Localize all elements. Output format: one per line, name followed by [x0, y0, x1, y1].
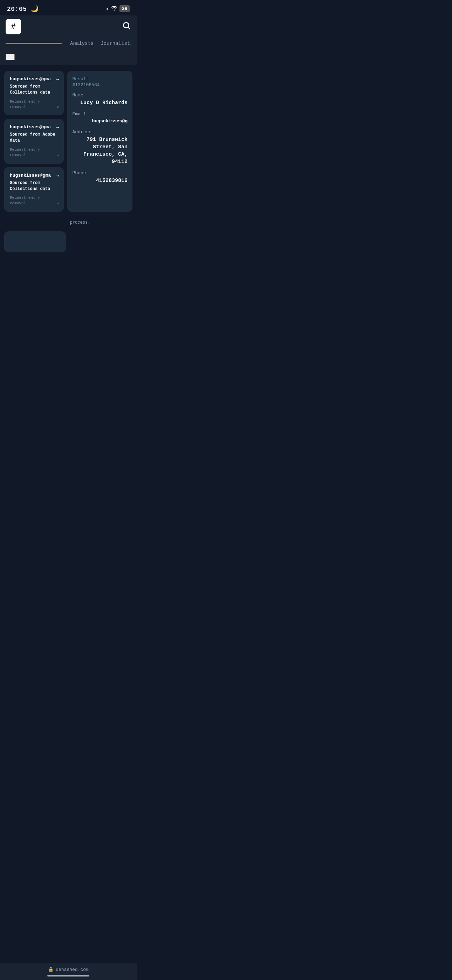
- battery-indicator: 39: [119, 5, 130, 12]
- card-3-removal-icon: ↗: [56, 200, 59, 206]
- result-card-2[interactable]: hugsnkisses@gma → Sourced from Adobe dat…: [4, 119, 64, 163]
- url-text[interactable]: dehashed.com: [56, 967, 89, 972]
- hamburger-menu-button[interactable]: [6, 54, 15, 60]
- url-bar: 🔒 dehashed.com: [48, 967, 89, 972]
- nav-item-journalists[interactable]: Journalists: [100, 41, 131, 46]
- hamburger-row: [0, 49, 137, 65]
- hamburger-line-2: [6, 57, 14, 57]
- process-text: process.: [66, 217, 132, 228]
- main-content: hugsnkisses@gma → Sourced from Collectio…: [0, 65, 137, 217]
- result-header: Result #132106564: [72, 76, 127, 88]
- card-2-arrow-icon: →: [56, 124, 59, 131]
- phone-section: Phone 4152839816: [72, 170, 127, 185]
- card-1-email: hugsnkisses@gma: [10, 76, 58, 82]
- status-bar: 20:05 🌙 ✈ 39: [0, 0, 137, 16]
- card-1-source: Sourced from Collections data: [10, 84, 58, 96]
- svg-line-1: [128, 27, 130, 29]
- hamburger-line-1: [6, 55, 14, 56]
- card-2-source: Sourced from Adobe data: [10, 132, 58, 144]
- result-label-text: Result: [72, 76, 127, 82]
- result-card-3[interactable]: hugsnkisses@gma → Sourced from Collectio…: [4, 167, 64, 212]
- nav-item-analysts[interactable]: Analysts: [70, 41, 94, 46]
- result-card-1[interactable]: hugsnkisses@gma → Sourced from Collectio…: [4, 71, 64, 115]
- card-2-email: hugsnkisses@gma: [10, 124, 58, 130]
- lock-icon: 🔒: [48, 967, 54, 972]
- name-value: Lucy D Richards: [72, 99, 127, 107]
- battery-level: 39: [122, 6, 127, 11]
- logo-symbol: #: [11, 22, 16, 31]
- address-section: Address 791 Brunswick Street, San Franci…: [72, 129, 127, 165]
- bottom-card-preview[interactable]: [4, 231, 66, 252]
- top-nav: #: [0, 16, 137, 38]
- moon-icon: 🌙: [31, 6, 39, 13]
- address-label: Address: [72, 129, 127, 135]
- hamburger-line-3: [6, 59, 14, 60]
- card-2-removal-icon: ↗: [56, 153, 59, 158]
- email-label: Email: [72, 111, 127, 117]
- process-row: process.: [0, 217, 137, 231]
- card-2-removal[interactable]: Request entry removal: [10, 147, 58, 158]
- card-1-removal-icon: ↗: [56, 104, 59, 110]
- result-id-value: #132106564: [72, 83, 127, 88]
- sub-nav-items: Analysts Journalists: [70, 41, 131, 46]
- detail-panel: Result #132106564 Name Lucy D Richards E…: [67, 71, 132, 212]
- sub-nav: Analysts Journalists: [0, 38, 137, 49]
- nav-scroll-indicator: [6, 43, 62, 44]
- wifi-icon: [111, 6, 118, 12]
- card-3-arrow-icon: →: [56, 173, 59, 179]
- address-value: 791 Brunswick Street, San Francisco, CA,…: [72, 136, 127, 165]
- airplane-icon: ✈: [106, 6, 109, 12]
- home-indicator: [47, 975, 89, 977]
- status-icons: ✈ 39: [106, 5, 130, 12]
- search-button[interactable]: [122, 21, 131, 32]
- card-1-arrow-icon: →: [56, 76, 59, 83]
- phone-value: 4152839816: [72, 177, 127, 185]
- card-3-source: Sourced from Collections data: [10, 180, 58, 192]
- email-value: hugsnkisses@g: [72, 118, 127, 124]
- email-section: Email hugsnkisses@g: [72, 111, 127, 124]
- phone-label: Phone: [72, 170, 127, 176]
- time-display: 20:05: [7, 6, 27, 13]
- card-3-email: hugsnkisses@gma: [10, 173, 58, 178]
- left-column: hugsnkisses@gma → Sourced from Collectio…: [4, 71, 64, 212]
- name-section: Name Lucy D Richards: [72, 92, 127, 107]
- bottom-bar: 🔒 dehashed.com: [0, 963, 137, 980]
- bottom-row: [0, 231, 137, 280]
- card-1-removal[interactable]: Request entry removal: [10, 99, 58, 110]
- app-logo: #: [6, 19, 21, 34]
- status-time: 20:05 🌙: [7, 5, 38, 13]
- name-label: Name: [72, 92, 127, 98]
- card-3-removal[interactable]: Request entry removal: [10, 195, 58, 206]
